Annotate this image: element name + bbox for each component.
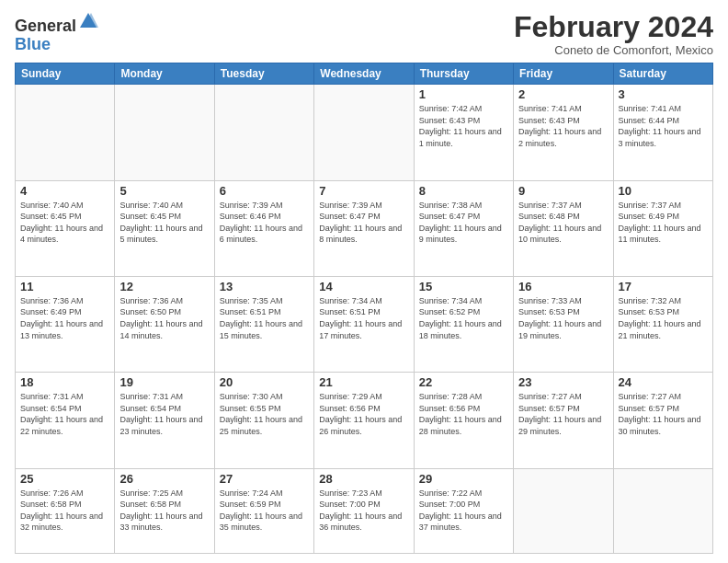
calendar-cell: 13Sunrise: 7:35 AM Sunset: 6:51 PM Dayli… xyxy=(214,276,313,372)
weekday-header-saturday: Saturday xyxy=(613,63,712,85)
week-row-4: 18Sunrise: 7:31 AM Sunset: 6:54 PM Dayli… xyxy=(16,373,713,468)
calendar-cell: 16Sunrise: 7:33 AM Sunset: 6:53 PM Dayli… xyxy=(514,276,613,372)
day-info: Sunrise: 7:27 AM Sunset: 6:57 PM Dayligh… xyxy=(619,391,708,437)
day-number: 5 xyxy=(119,184,209,198)
day-info: Sunrise: 7:40 AM Sunset: 6:45 PM Dayligh… xyxy=(20,200,109,246)
calendar-cell: 29Sunrise: 7:22 AM Sunset: 7:00 PM Dayli… xyxy=(414,468,513,554)
calendar-cell xyxy=(115,85,214,180)
weekday-header-monday: Monday xyxy=(115,63,214,85)
day-info: Sunrise: 7:30 AM Sunset: 6:55 PM Dayligh… xyxy=(220,391,309,437)
day-info: Sunrise: 7:40 AM Sunset: 6:45 PM Dayligh… xyxy=(119,200,209,246)
calendar-subtitle: Coneto de Comonfort, Mexico xyxy=(514,43,713,57)
day-number: 18 xyxy=(20,375,109,389)
day-number: 11 xyxy=(20,280,109,293)
calendar-cell: 24Sunrise: 7:27 AM Sunset: 6:57 PM Dayli… xyxy=(613,373,712,468)
calendar-cell: 7Sunrise: 7:39 AM Sunset: 6:47 PM Daylig… xyxy=(314,180,414,276)
day-info: Sunrise: 7:38 AM Sunset: 6:47 PM Dayligh… xyxy=(419,200,508,246)
day-number: 20 xyxy=(220,375,309,389)
calendar-cell: 23Sunrise: 7:27 AM Sunset: 6:57 PM Dayli… xyxy=(514,373,613,468)
week-row-5: 25Sunrise: 7:26 AM Sunset: 6:58 PM Dayli… xyxy=(16,468,713,554)
title-block: February 2024 Coneto de Comonfort, Mexic… xyxy=(514,11,713,57)
day-number: 13 xyxy=(220,280,309,293)
calendar-cell: 19Sunrise: 7:31 AM Sunset: 6:54 PM Dayli… xyxy=(115,373,214,468)
calendar-cell: 1Sunrise: 7:42 AM Sunset: 6:43 PM Daylig… xyxy=(414,85,513,180)
calendar-cell: 9Sunrise: 7:37 AM Sunset: 6:48 PM Daylig… xyxy=(514,180,613,276)
day-number: 8 xyxy=(419,184,508,198)
day-info: Sunrise: 7:36 AM Sunset: 6:50 PM Dayligh… xyxy=(119,295,209,341)
calendar-title: February 2024 xyxy=(514,11,713,43)
calendar-cell xyxy=(16,85,115,180)
calendar-cell xyxy=(613,468,712,554)
day-info: Sunrise: 7:33 AM Sunset: 6:53 PM Dayligh… xyxy=(518,295,608,341)
logo-blue-text: Blue xyxy=(15,35,51,53)
day-info: Sunrise: 7:37 AM Sunset: 6:48 PM Dayligh… xyxy=(518,200,608,246)
day-number: 15 xyxy=(419,280,508,293)
calendar-cell: 28Sunrise: 7:23 AM Sunset: 7:00 PM Dayli… xyxy=(314,468,414,554)
calendar-cell: 10Sunrise: 7:37 AM Sunset: 6:49 PM Dayli… xyxy=(613,180,712,276)
day-number: 12 xyxy=(119,280,209,293)
weekday-header-thursday: Thursday xyxy=(414,63,513,85)
day-info: Sunrise: 7:31 AM Sunset: 6:54 PM Dayligh… xyxy=(119,391,209,437)
day-info: Sunrise: 7:39 AM Sunset: 6:46 PM Dayligh… xyxy=(220,200,309,246)
day-info: Sunrise: 7:36 AM Sunset: 6:49 PM Dayligh… xyxy=(20,295,109,341)
day-number: 26 xyxy=(119,472,209,486)
logo: General Blue xyxy=(15,11,98,54)
day-info: Sunrise: 7:35 AM Sunset: 6:51 PM Dayligh… xyxy=(220,295,309,341)
week-row-3: 11Sunrise: 7:36 AM Sunset: 6:49 PM Dayli… xyxy=(16,276,713,372)
day-info: Sunrise: 7:34 AM Sunset: 6:51 PM Dayligh… xyxy=(319,295,408,341)
day-number: 7 xyxy=(319,184,408,198)
day-number: 9 xyxy=(518,184,608,198)
day-info: Sunrise: 7:31 AM Sunset: 6:54 PM Dayligh… xyxy=(20,391,109,437)
day-number: 23 xyxy=(518,375,608,389)
day-info: Sunrise: 7:27 AM Sunset: 6:57 PM Dayligh… xyxy=(518,391,608,437)
day-info: Sunrise: 7:34 AM Sunset: 6:52 PM Dayligh… xyxy=(419,295,508,341)
day-number: 10 xyxy=(619,184,708,198)
week-row-2: 4Sunrise: 7:40 AM Sunset: 6:45 PM Daylig… xyxy=(16,180,713,276)
calendar-cell xyxy=(514,468,613,554)
day-number: 2 xyxy=(518,87,608,101)
calendar-cell: 20Sunrise: 7:30 AM Sunset: 6:55 PM Dayli… xyxy=(214,373,313,468)
day-info: Sunrise: 7:37 AM Sunset: 6:49 PM Dayligh… xyxy=(619,200,708,246)
day-info: Sunrise: 7:29 AM Sunset: 6:56 PM Dayligh… xyxy=(319,391,408,437)
calendar-cell: 12Sunrise: 7:36 AM Sunset: 6:50 PM Dayli… xyxy=(115,276,214,372)
day-info: Sunrise: 7:23 AM Sunset: 7:00 PM Dayligh… xyxy=(319,488,408,534)
weekday-header-sunday: Sunday xyxy=(16,63,115,85)
calendar-cell xyxy=(214,85,313,180)
day-info: Sunrise: 7:39 AM Sunset: 6:47 PM Dayligh… xyxy=(319,200,408,246)
week-row-1: 1Sunrise: 7:42 AM Sunset: 6:43 PM Daylig… xyxy=(16,85,713,180)
calendar-cell: 5Sunrise: 7:40 AM Sunset: 6:45 PM Daylig… xyxy=(115,180,214,276)
day-number: 6 xyxy=(220,184,309,198)
day-number: 22 xyxy=(419,375,508,389)
day-info: Sunrise: 7:28 AM Sunset: 6:56 PM Dayligh… xyxy=(419,391,508,437)
calendar-cell: 27Sunrise: 7:24 AM Sunset: 6:59 PM Dayli… xyxy=(214,468,313,554)
calendar-cell: 21Sunrise: 7:29 AM Sunset: 6:56 PM Dayli… xyxy=(314,373,414,468)
day-number: 27 xyxy=(220,472,309,486)
day-info: Sunrise: 7:22 AM Sunset: 7:00 PM Dayligh… xyxy=(419,488,508,534)
calendar-cell: 6Sunrise: 7:39 AM Sunset: 6:46 PM Daylig… xyxy=(214,180,313,276)
day-number: 25 xyxy=(20,472,109,486)
calendar-cell: 22Sunrise: 7:28 AM Sunset: 6:56 PM Dayli… xyxy=(414,373,513,468)
logo-icon xyxy=(78,11,98,31)
day-info: Sunrise: 7:26 AM Sunset: 6:58 PM Dayligh… xyxy=(20,488,109,534)
weekday-header-tuesday: Tuesday xyxy=(214,63,313,85)
day-number: 4 xyxy=(20,184,109,198)
weekday-header-wednesday: Wednesday xyxy=(314,63,414,85)
day-info: Sunrise: 7:41 AM Sunset: 6:44 PM Dayligh… xyxy=(619,103,708,149)
calendar-table: SundayMondayTuesdayWednesdayThursdayFrid… xyxy=(15,63,713,554)
calendar-cell: 25Sunrise: 7:26 AM Sunset: 6:58 PM Dayli… xyxy=(16,468,115,554)
calendar-cell xyxy=(314,85,414,180)
logo-general-text: General xyxy=(15,17,76,35)
day-info: Sunrise: 7:42 AM Sunset: 6:43 PM Dayligh… xyxy=(419,103,508,149)
day-info: Sunrise: 7:25 AM Sunset: 6:58 PM Dayligh… xyxy=(119,488,209,534)
day-number: 21 xyxy=(319,375,408,389)
day-number: 17 xyxy=(619,280,708,293)
day-info: Sunrise: 7:24 AM Sunset: 6:59 PM Dayligh… xyxy=(220,488,309,534)
calendar-cell: 14Sunrise: 7:34 AM Sunset: 6:51 PM Dayli… xyxy=(314,276,414,372)
day-number: 29 xyxy=(419,472,508,486)
day-number: 24 xyxy=(619,375,708,389)
day-number: 3 xyxy=(619,87,708,101)
calendar-cell: 26Sunrise: 7:25 AM Sunset: 6:58 PM Dayli… xyxy=(115,468,214,554)
day-number: 14 xyxy=(319,280,408,293)
day-number: 28 xyxy=(319,472,408,486)
calendar-cell: 3Sunrise: 7:41 AM Sunset: 6:44 PM Daylig… xyxy=(613,85,712,180)
